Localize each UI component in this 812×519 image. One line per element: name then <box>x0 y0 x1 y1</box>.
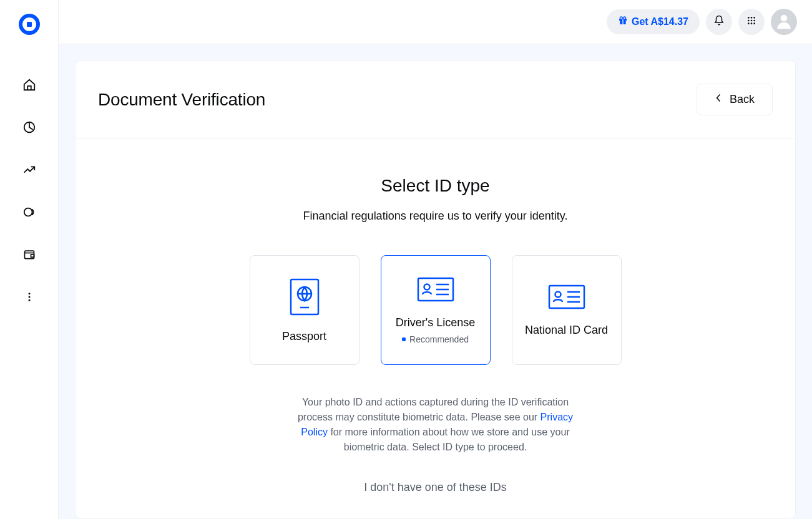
id-option-drivers-license[interactable]: Driver's License Recommended <box>381 255 491 365</box>
svg-point-24 <box>781 15 788 22</box>
chevron-left-icon <box>715 93 722 106</box>
dot-icon <box>402 337 406 341</box>
back-label: Back <box>730 93 755 106</box>
disclaimer-part1: Your photo ID and actions captured durin… <box>298 397 569 422</box>
svg-point-16 <box>751 17 753 19</box>
verification-card: Document Verification Back Select ID typ… <box>75 61 796 518</box>
id-label: Driver's License <box>396 316 475 329</box>
person-icon <box>774 11 794 33</box>
avatar[interactable] <box>771 9 797 35</box>
topbar: Get A$14.37 <box>59 0 812 44</box>
svg-point-22 <box>751 22 753 24</box>
svg-point-20 <box>753 20 755 22</box>
svg-point-30 <box>424 284 429 289</box>
nav-home-icon[interactable] <box>14 70 44 100</box>
reward-button[interactable]: Get A$14.37 <box>607 9 700 34</box>
section-title: Select ID type <box>76 176 795 196</box>
svg-point-19 <box>751 20 753 22</box>
svg-point-4 <box>24 208 32 216</box>
svg-point-21 <box>748 22 750 24</box>
svg-rect-6 <box>31 255 34 257</box>
notifications-button[interactable] <box>706 9 732 35</box>
back-button[interactable]: Back <box>697 84 773 115</box>
no-id-link[interactable]: I don't have one of these IDs <box>76 481 795 494</box>
nav-wallet-icon[interactable] <box>14 240 44 269</box>
national-id-icon <box>547 284 586 313</box>
id-label: Passport <box>282 330 326 343</box>
id-section: Select ID type Financial regulations req… <box>76 138 795 494</box>
svg-rect-2 <box>27 22 32 27</box>
id-option-national-id[interactable]: National ID Card <box>512 255 622 365</box>
disclaimer: Your photo ID and actions captured durin… <box>292 395 579 455</box>
svg-point-13 <box>620 17 622 19</box>
nav-earn-icon[interactable] <box>14 197 44 227</box>
card-header: Document Verification Back <box>76 61 795 138</box>
passport-icon <box>289 278 320 319</box>
sidebar <box>0 0 59 519</box>
page-title: Document Verification <box>98 90 265 110</box>
svg-point-15 <box>748 17 750 19</box>
id-label: National ID Card <box>525 324 608 337</box>
svg-point-35 <box>555 291 560 297</box>
brand-logo[interactable] <box>19 14 40 35</box>
main-area: Get A$14.37 <box>59 0 812 519</box>
recommended-label: Recommended <box>409 334 469 344</box>
svg-rect-25 <box>291 279 318 314</box>
svg-point-9 <box>28 299 30 301</box>
content-wrap: Document Verification Back Select ID typ… <box>59 44 812 519</box>
nav-portfolio-icon[interactable] <box>14 112 44 142</box>
svg-point-17 <box>753 17 755 19</box>
nav-more-icon[interactable] <box>14 282 44 312</box>
id-option-passport[interactable]: Passport <box>250 255 360 365</box>
nav-trade-icon[interactable] <box>14 155 44 185</box>
apps-button[interactable] <box>738 9 765 35</box>
svg-rect-12 <box>622 19 623 24</box>
recommended-badge: Recommended <box>402 334 469 344</box>
svg-point-14 <box>624 17 626 19</box>
svg-point-23 <box>753 22 755 24</box>
svg-point-7 <box>28 293 30 294</box>
bell-icon <box>713 15 725 29</box>
id-options: Passport <box>76 255 795 365</box>
gift-icon <box>618 16 628 28</box>
disclaimer-part2: for more information about how we store … <box>328 427 570 452</box>
svg-point-8 <box>28 296 30 298</box>
license-icon <box>416 276 455 305</box>
grid-icon <box>746 16 756 28</box>
svg-point-18 <box>748 20 750 22</box>
section-sub: Financial regulations require us to veri… <box>76 210 795 223</box>
reward-label: Get A$14.37 <box>632 16 688 27</box>
